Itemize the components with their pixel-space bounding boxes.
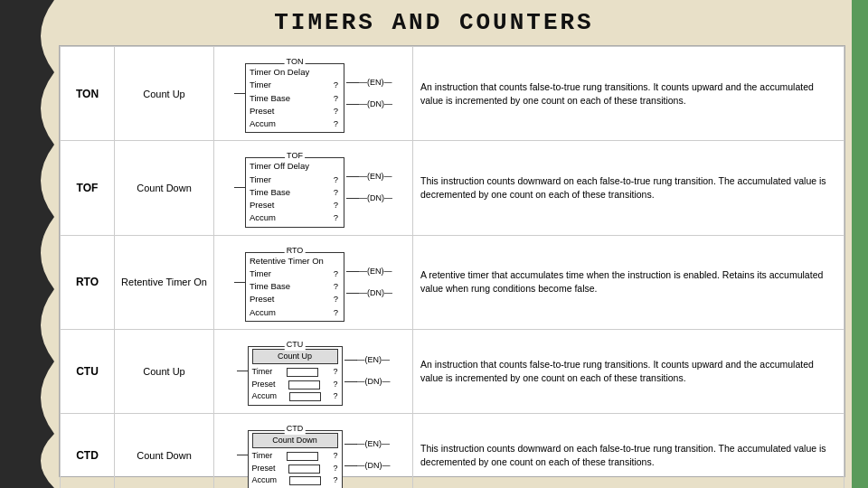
main-content: TON Count Up TON Timer On Delay Timer? T… bbox=[59, 45, 845, 479]
row-description: An instruction that counts false-to-true… bbox=[413, 47, 844, 141]
diagram-title: RTO bbox=[285, 245, 306, 258]
row-name: Count Up bbox=[115, 329, 214, 413]
table-container: TON Count Up TON Timer On Delay Timer? T… bbox=[59, 45, 845, 477]
row-name: Count Down bbox=[115, 413, 214, 488]
ton-outputs: —(EN)— —(DN)— bbox=[346, 76, 392, 111]
row-code: RTO bbox=[61, 235, 115, 329]
row-description: This instruction counts downward on each… bbox=[413, 141, 844, 235]
ton-diagram: TON Timer On Delay Timer? Time Base? Pre… bbox=[245, 54, 344, 133]
rto-diagram: RTO Retentive Timer On Timer? Time Base?… bbox=[245, 243, 344, 322]
left-decoration bbox=[0, 0, 54, 488]
ctu-outputs: —(EN)— —(DN)— bbox=[344, 353, 391, 389]
diagram-title: TON bbox=[285, 56, 306, 69]
main-table: TON Count Up TON Timer On Delay Timer? T… bbox=[60, 46, 844, 488]
row-diagram: CTD Count Down Timer? Preset? Accum? —(E… bbox=[214, 413, 413, 488]
row-code: TON bbox=[61, 47, 115, 141]
row-code: TOF bbox=[61, 141, 115, 235]
row-diagram: CTU Count Up Timer? Preset? Accum? —(EN)… bbox=[214, 329, 413, 413]
table-row: TOF Count Down TOF Timer Off Delay Timer… bbox=[61, 141, 844, 235]
diagram-title: TOF bbox=[285, 150, 305, 163]
table-row: CTU Count Up CTU Count Up Timer? Preset? bbox=[61, 329, 844, 413]
row-description: A retentive timer that accumulates time … bbox=[413, 235, 844, 329]
row-description: An instruction that counts false-to-true… bbox=[413, 329, 844, 413]
diagram-title: CTU bbox=[285, 339, 306, 352]
tof-diagram: TOF Timer Off Delay Timer? Time Base? Pr… bbox=[245, 148, 344, 227]
row-diagram: RTO Retentive Timer On Timer? Time Base?… bbox=[214, 235, 413, 329]
page-title: TIMERS AND COUNTERS bbox=[0, 0, 868, 43]
table-row: RTO Retentive Timer On RTO Retentive Tim… bbox=[61, 235, 844, 329]
tof-outputs: —(EN)— —(DN)— bbox=[346, 170, 392, 205]
row-code: CTD bbox=[61, 413, 115, 488]
row-diagram: TOF Timer Off Delay Timer? Time Base? Pr… bbox=[214, 141, 413, 235]
ctd-outputs: —(EN)— —(DN)— bbox=[344, 437, 391, 473]
diagram-title: CTD bbox=[285, 423, 306, 436]
ctd-diagram: CTD Count Down Timer? Preset? Accum? bbox=[248, 421, 343, 488]
row-name: Retentive Timer On bbox=[115, 235, 214, 329]
table-row: TON Count Up TON Timer On Delay Timer? T… bbox=[61, 47, 844, 141]
ctu-button: Count Up bbox=[252, 349, 338, 365]
row-code: CTU bbox=[61, 329, 115, 413]
ctd-button: Count Down bbox=[252, 433, 338, 449]
row-name: Count Down bbox=[115, 141, 214, 235]
row-name: Count Up bbox=[115, 47, 214, 141]
ctu-diagram: CTU Count Up Timer? Preset? Accum? bbox=[248, 337, 343, 406]
row-diagram: TON Timer On Delay Timer? Time Base? Pre… bbox=[214, 47, 413, 141]
row-description: This instruction counts downward on each… bbox=[413, 413, 844, 488]
table-row: CTD Count Down CTD Count Down Timer? Pre… bbox=[61, 413, 844, 488]
right-decoration bbox=[852, 0, 868, 488]
rto-outputs: —(EN)— —(DN)— bbox=[346, 265, 392, 300]
